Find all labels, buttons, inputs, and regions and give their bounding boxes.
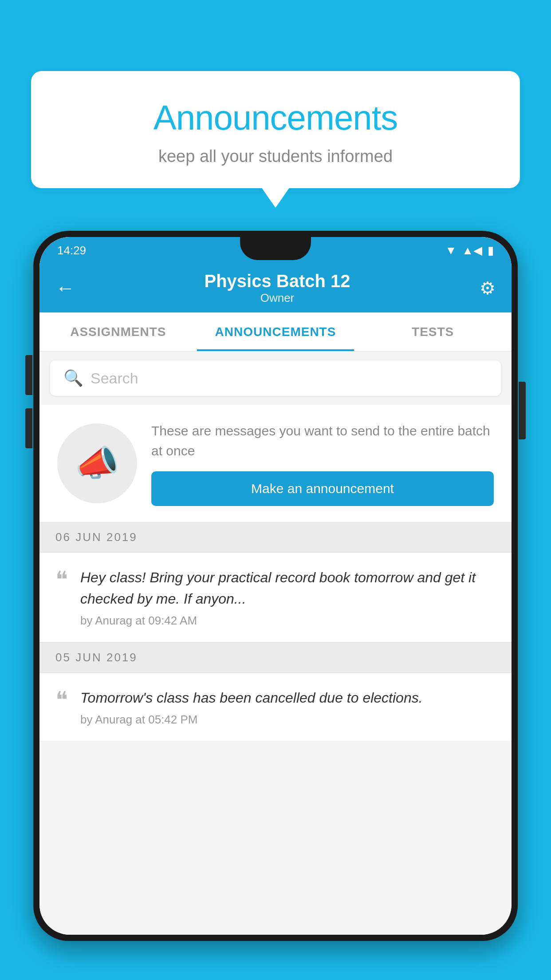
tabs-bar: ASSIGNMENTS ANNOUNCEMENTS TESTS bbox=[39, 312, 512, 352]
announcement-text-2: Tomorrow's class has been cancelled due … bbox=[80, 687, 496, 708]
announcement-item-1[interactable]: ❝ Hey class! Bring your practical record… bbox=[39, 553, 512, 642]
search-bar[interactable]: 🔍 Search bbox=[50, 360, 501, 396]
announcement-text-1: Hey class! Bring your practical record b… bbox=[80, 567, 496, 609]
announcement-item-2[interactable]: ❝ Tomorrow's class has been cancelled du… bbox=[39, 673, 512, 741]
search-icon: 🔍 bbox=[63, 369, 83, 387]
megaphone-circle: 📣 bbox=[57, 423, 137, 503]
prompt-right: These are messages you want to send to t… bbox=[151, 421, 494, 506]
tab-announcements[interactable]: ANNOUNCEMENTS bbox=[197, 312, 354, 351]
phone-wrapper: 14:29 ▼ ▲◀ ▮ ← Physics Batch 12 Owner ⚙ bbox=[33, 231, 518, 980]
status-time: 14:29 bbox=[57, 244, 86, 257]
phone-screen: 14:29 ▼ ▲◀ ▮ ← Physics Batch 12 Owner ⚙ bbox=[39, 237, 512, 935]
bubble-subtitle: keep all your students informed bbox=[58, 147, 493, 166]
search-placeholder: Search bbox=[91, 370, 138, 387]
make-announcement-button[interactable]: Make an announcement bbox=[151, 471, 494, 506]
date-separator-2: 05 JUN 2019 bbox=[39, 642, 512, 673]
announcement-prompt: 📣 These are messages you want to send to… bbox=[39, 405, 512, 522]
quote-icon-1: ❝ bbox=[55, 569, 68, 592]
quote-icon-2: ❝ bbox=[55, 689, 68, 712]
app-bar-center: Physics Batch 12 Owner bbox=[75, 271, 480, 305]
app-bar: ← Physics Batch 12 Owner ⚙ bbox=[39, 264, 512, 312]
signal-icon: ▲◀ bbox=[462, 244, 482, 257]
phone-btn-vol-up bbox=[25, 355, 32, 395]
announcement-meta-2: by Anurag at 05:42 PM bbox=[80, 713, 496, 727]
phone-btn-vol-down bbox=[25, 408, 32, 448]
app-bar-title: Physics Batch 12 bbox=[75, 271, 480, 291]
battery-icon: ▮ bbox=[488, 244, 494, 257]
phone-notch bbox=[240, 237, 311, 260]
speech-bubble: Announcements keep all your students inf… bbox=[31, 71, 520, 188]
announcement-meta-1: by Anurag at 09:42 AM bbox=[80, 614, 496, 628]
app-bar-subtitle: Owner bbox=[75, 291, 480, 305]
bubble-title: Announcements bbox=[58, 98, 493, 138]
content-area: 🔍 Search 📣 These are messages you want t… bbox=[39, 352, 512, 935]
gear-icon[interactable]: ⚙ bbox=[480, 278, 496, 298]
announcement-content-1: Hey class! Bring your practical record b… bbox=[80, 567, 496, 628]
megaphone-icon: 📣 bbox=[75, 443, 119, 484]
status-icons: ▼ ▲◀ ▮ bbox=[445, 244, 494, 257]
date-separator-1: 06 JUN 2019 bbox=[39, 522, 512, 553]
phone-outer: 14:29 ▼ ▲◀ ▮ ← Physics Batch 12 Owner ⚙ bbox=[33, 231, 518, 941]
back-button[interactable]: ← bbox=[55, 277, 75, 299]
phone-btn-power bbox=[519, 382, 526, 439]
tab-tests[interactable]: TESTS bbox=[354, 312, 512, 351]
announcement-content-2: Tomorrow's class has been cancelled due … bbox=[80, 687, 496, 727]
prompt-description: These are messages you want to send to t… bbox=[151, 421, 494, 461]
tab-assignments[interactable]: ASSIGNMENTS bbox=[39, 312, 197, 351]
speech-bubble-section: Announcements keep all your students inf… bbox=[31, 71, 520, 188]
wifi-icon: ▼ bbox=[445, 244, 457, 257]
